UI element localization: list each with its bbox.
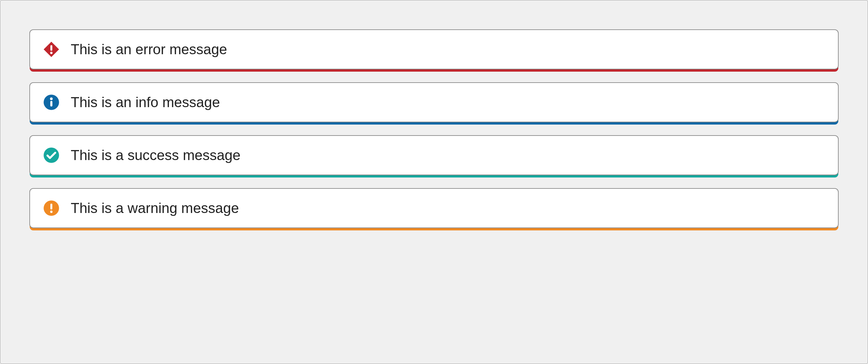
alert-warning-text: This is a warning message [71,200,239,216]
info-icon [43,94,60,111]
alerts-container: This is an error message This is an info… [7,7,861,228]
svg-point-1 [50,52,52,54]
alert-info: This is an info message [29,82,839,122]
warning-icon [43,200,60,217]
alert-error: This is an error message [29,29,839,69]
alert-success-text: This is a success message [71,147,241,163]
error-icon [43,41,60,58]
svg-point-5 [43,147,59,163]
alert-error-text: This is an error message [71,41,227,58]
success-icon [43,147,60,164]
svg-rect-4 [51,101,53,106]
alert-info-text: This is an info message [71,94,220,110]
svg-point-8 [50,211,52,213]
alert-success: This is a success message [29,135,839,175]
svg-rect-0 [51,45,52,51]
alert-warning: This is a warning message [29,188,839,228]
svg-rect-7 [51,204,52,209]
svg-point-3 [50,97,53,100]
